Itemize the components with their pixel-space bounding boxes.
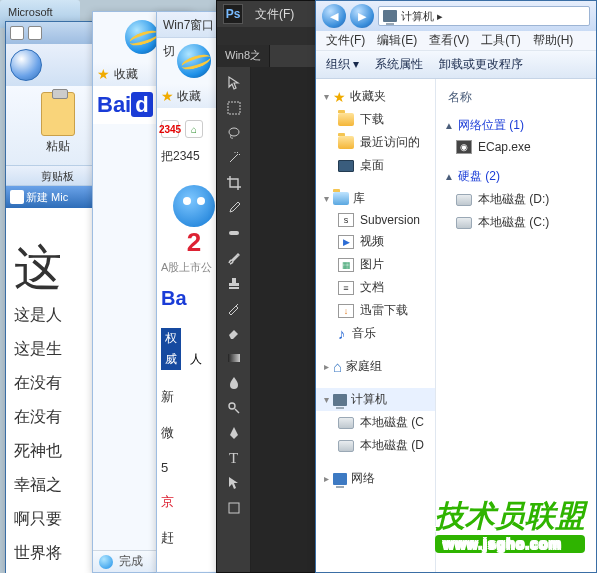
word-big-char: 这: [14, 238, 103, 298]
lasso-tool-icon[interactable]: [221, 121, 247, 145]
sidebar-item-pictures[interactable]: ▦图片: [316, 253, 435, 276]
menu-help[interactable]: 帮助(H): [533, 32, 574, 49]
office-orb-icon[interactable]: [10, 49, 42, 81]
wand-tool-icon[interactable]: [221, 146, 247, 170]
qat-undo-icon[interactable]: [28, 26, 42, 40]
list-item-drive-c[interactable]: 本地磁盘 (C:): [440, 211, 592, 234]
stamp-tool-icon[interactable]: [221, 271, 247, 295]
drive-icon: [456, 194, 472, 206]
move-tool-icon[interactable]: [221, 71, 247, 95]
list-item-drive-d[interactable]: 本地磁盘 (D:): [440, 188, 592, 211]
svg-rect-4: [228, 354, 240, 362]
chip[interactable]: 权: [161, 328, 181, 349]
xunlei-icon: ↓: [338, 304, 354, 318]
svg-point-5: [229, 403, 235, 409]
word-line: 死神也: [14, 434, 103, 468]
menu-file[interactable]: 文件(F): [326, 32, 365, 49]
group-header-network[interactable]: ▲网络位置 (1): [440, 114, 592, 137]
octopus-icon[interactable]: [173, 185, 215, 227]
ie-logo-icon[interactable]: [125, 20, 159, 54]
sidebar-item-desktop[interactable]: 桌面: [316, 154, 435, 177]
healing-tool-icon[interactable]: [221, 221, 247, 245]
cmd-uninstall[interactable]: 卸载或更改程序: [439, 56, 523, 73]
sidebar-group-libraries[interactable]: ▾库: [316, 187, 435, 210]
sidebar-item-documents[interactable]: ≡文档: [316, 276, 435, 299]
ps-menu-file[interactable]: 文件(F): [255, 6, 294, 23]
cmd-sysprops[interactable]: 系统属性: [375, 56, 423, 73]
ps-logo-icon[interactable]: Ps: [223, 4, 243, 24]
sidebar-item-svn[interactable]: sSubversion: [316, 210, 435, 230]
column-header-name[interactable]: 名称: [440, 85, 592, 114]
video-icon: ▶: [338, 235, 354, 249]
ps-optionsbar: [217, 27, 325, 45]
list-item-ecap[interactable]: ◉ECap.exe: [440, 137, 592, 157]
ie1-status: 完成: [119, 553, 143, 570]
eyedropper-tool-icon[interactable]: [221, 196, 247, 220]
sidebar-item-recent[interactable]: 最近访问的: [316, 131, 435, 154]
clipboard-icon[interactable]: [41, 92, 75, 136]
type-tool-icon[interactable]: T: [221, 446, 247, 470]
blur-tool-icon[interactable]: [221, 371, 247, 395]
sidebar-group-computer[interactable]: ▾计算机: [316, 388, 435, 411]
site-home-icon[interactable]: ⌂: [185, 120, 203, 138]
crop-tool-icon[interactable]: [221, 171, 247, 195]
star-icon[interactable]: ★: [97, 66, 110, 82]
explorer-titlebar: ◀ ▶ 计算机 ▸: [316, 1, 596, 31]
watermark-url: www.jsgho.com: [435, 535, 585, 553]
ps-doc-tabs: Win8之: [217, 45, 325, 67]
history-brush-icon[interactable]: [221, 296, 247, 320]
chip-txt: 人: [190, 352, 202, 366]
pen-tool-icon[interactable]: [221, 421, 247, 445]
ps-canvas[interactable]: [251, 67, 325, 572]
sidebar-group-network[interactable]: ▸网络: [316, 467, 435, 490]
drive-icon: [456, 217, 472, 229]
site-2345-icon[interactable]: 2345: [161, 120, 179, 138]
back-button-icon[interactable]: ◀: [322, 4, 346, 28]
word-line: 幸福之: [14, 468, 103, 502]
sidebar-item-xunlei[interactable]: ↓迅雷下载: [316, 299, 435, 322]
library-icon: [333, 192, 349, 205]
word-line: 在没有: [14, 366, 103, 400]
star-icon[interactable]: ★: [161, 88, 174, 104]
paste-label[interactable]: 粘贴: [10, 138, 105, 155]
path-select-icon[interactable]: [221, 471, 247, 495]
word-line: 这是生: [14, 332, 103, 366]
ie1-fav-label[interactable]: 收藏: [114, 66, 138, 83]
star-icon: ★: [333, 89, 346, 105]
sidebar-item-drive-d[interactable]: 本地磁盘 (D: [316, 434, 435, 457]
qat-save-icon[interactable]: [10, 26, 24, 40]
ie-logo-icon[interactable]: [177, 44, 211, 78]
gradient-tool-icon[interactable]: [221, 346, 247, 370]
eraser-tool-icon[interactable]: [221, 321, 247, 345]
sidebar-group-favorites[interactable]: ▾★收藏夹: [316, 85, 435, 108]
cmd-organize[interactable]: 组织 ▾: [326, 56, 359, 73]
svg-point-1: [229, 128, 239, 136]
sidebar-item-music[interactable]: ♪音乐: [316, 322, 435, 345]
sidebar-item-drive-c[interactable]: 本地磁盘 (C: [316, 411, 435, 434]
word-line: 在没有: [14, 400, 103, 434]
brush-tool-icon[interactable]: [221, 246, 247, 270]
sidebar-item-downloads[interactable]: 下载: [316, 108, 435, 131]
folder-icon: [338, 136, 354, 149]
marquee-tool-icon[interactable]: [221, 96, 247, 120]
octo-num: 2: [187, 227, 201, 257]
sidebar-item-video[interactable]: ▶视频: [316, 230, 435, 253]
chip[interactable]: 威: [161, 349, 181, 370]
menu-edit[interactable]: 编辑(E): [377, 32, 417, 49]
word-doc-tab-label: 新建 Mic: [26, 186, 68, 208]
chevron-down-icon: ▾: [324, 193, 329, 204]
sidebar-group-homegroup[interactable]: ▸⌂家庭组: [316, 355, 435, 378]
word-line: 啊只要: [14, 502, 103, 536]
menu-tools[interactable]: 工具(T): [481, 32, 520, 49]
address-bar[interactable]: 计算机 ▸: [378, 6, 590, 26]
word-doc-icon: [10, 190, 24, 204]
ie2-fav-label[interactable]: 收藏: [177, 88, 201, 105]
ps-menubar: Ps 文件(F): [217, 1, 325, 27]
shape-tool-icon[interactable]: [221, 496, 247, 520]
ps-doc-tab[interactable]: Win8之: [217, 45, 270, 67]
forward-button-icon[interactable]: ▶: [350, 4, 374, 28]
computer-icon: [383, 10, 397, 22]
menu-view[interactable]: 查看(V): [429, 32, 469, 49]
group-header-drives[interactable]: ▲硬盘 (2): [440, 165, 592, 188]
dodge-tool-icon[interactable]: [221, 396, 247, 420]
